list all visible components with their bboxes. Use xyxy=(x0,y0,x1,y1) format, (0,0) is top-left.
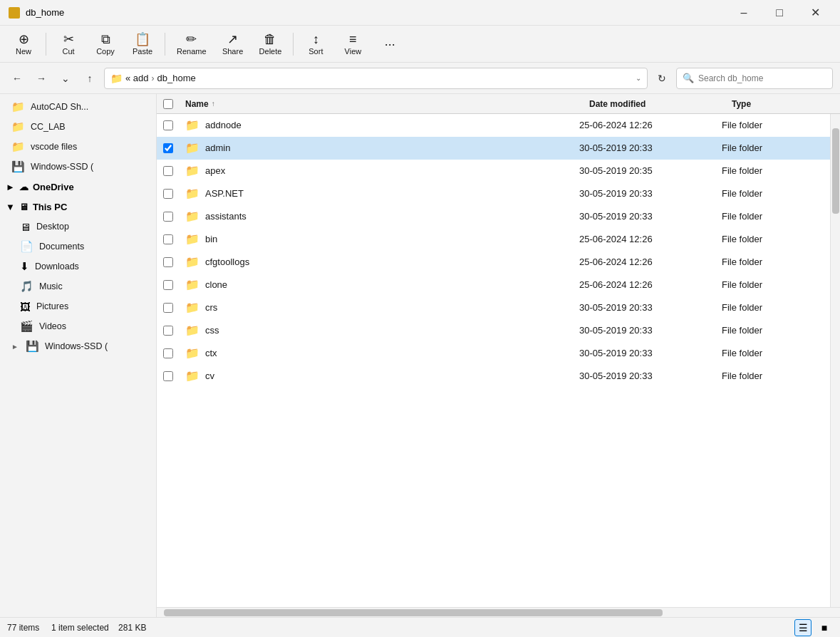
up-button[interactable]: ↑ xyxy=(80,68,100,88)
cut-button[interactable]: ✂ Cut xyxy=(51,29,86,60)
row-checkbox-cell[interactable] xyxy=(157,371,180,381)
address-path[interactable]: 📁 « add › db_home ⌄ xyxy=(104,68,648,89)
title-bar-controls: – □ ✕ xyxy=(727,1,831,24)
delete-button[interactable]: 🗑 Delete xyxy=(252,29,289,60)
search-box[interactable]: 🔍 xyxy=(676,68,833,89)
copy-button[interactable]: ⧉ Copy xyxy=(88,29,123,60)
row-checkbox[interactable] xyxy=(163,303,173,313)
row-type-cell: File folder xyxy=(716,188,830,199)
table-row[interactable]: 📁 clone 25-06-2024 12:26 File folder xyxy=(157,274,830,296)
file-name: ASP.NET xyxy=(205,188,244,199)
details-view-button[interactable]: ☰ xyxy=(794,619,812,636)
row-checkbox[interactable] xyxy=(163,348,173,358)
row-checkbox[interactable] xyxy=(163,280,173,290)
sidebar-item-desktop[interactable]: 🖥 Desktop xyxy=(3,217,153,237)
view-button[interactable]: ≡ View xyxy=(335,29,370,60)
table-row[interactable]: 📁 admin 30-05-2019 20:33 File folder xyxy=(157,137,830,160)
row-checkbox-cell[interactable] xyxy=(157,257,180,267)
h-scrollbar-thumb[interactable] xyxy=(164,609,663,616)
scrollbar-thumb[interactable] xyxy=(832,128,839,214)
sidebar-item-windows-ssd[interactable]: 💾 Windows-SSD ( xyxy=(3,157,153,177)
row-checkbox[interactable] xyxy=(163,234,173,244)
sidebar-item-label: Music xyxy=(39,281,63,291)
expand-arrow-icon: ► xyxy=(6,182,15,192)
row-checkbox[interactable] xyxy=(163,326,173,336)
more-button[interactable]: ··· xyxy=(372,29,408,60)
paste-icon: 📋 xyxy=(135,33,150,46)
row-checkbox-cell[interactable] xyxy=(157,234,180,244)
type-column-header[interactable]: Type xyxy=(726,99,840,109)
paste-button[interactable]: 📋 Paste xyxy=(125,29,160,60)
row-checkbox-cell[interactable] xyxy=(157,166,180,176)
select-all-check[interactable] xyxy=(157,99,180,109)
row-name-cell: 📁 ctx xyxy=(180,346,574,360)
sidebar-item-autocad[interactable]: 📁 AutoCAD Sh... xyxy=(3,97,153,117)
row-checkbox-cell[interactable] xyxy=(157,212,180,222)
maximize-button[interactable]: □ xyxy=(763,1,796,24)
sidebar-item-downloads[interactable]: ⬇ Downloads xyxy=(3,257,153,276)
forward-button[interactable]: → xyxy=(31,68,51,88)
table-row[interactable]: 📁 cv 30-05-2019 20:33 File folder xyxy=(157,365,830,388)
sort-button[interactable]: ↕ Sort xyxy=(298,29,333,60)
sidebar-group-thispc[interactable]: ▼ 🖥 This PC xyxy=(0,197,156,217)
refresh-button[interactable]: ↻ xyxy=(652,68,672,88)
date-column-header[interactable]: Date modified xyxy=(584,99,726,109)
row-checkbox[interactable] xyxy=(163,371,173,381)
videos-icon: 🎬 xyxy=(20,320,33,333)
sidebar-item-cclab[interactable]: 📁 CC_LAB xyxy=(3,117,153,137)
sidebar-item-music[interactable]: 🎵 Music xyxy=(3,276,153,296)
folder-icon: 📁 xyxy=(185,209,199,223)
vertical-scrollbar[interactable] xyxy=(830,114,840,607)
table-row[interactable]: 📁 crs 30-05-2019 20:33 File folder xyxy=(157,296,830,319)
sidebar-item-pictures[interactable]: 🖼 Pictures xyxy=(3,296,153,316)
folder-icon: 📁 xyxy=(185,301,199,314)
new-button[interactable]: ⊕ New xyxy=(6,29,41,60)
select-all-checkbox[interactable] xyxy=(163,99,173,109)
item-count: 77 items xyxy=(7,623,39,633)
row-checkbox[interactable] xyxy=(163,143,173,153)
table-row[interactable]: 📁 ctx 30-05-2019 20:33 File folder xyxy=(157,342,830,365)
row-type-cell: File folder xyxy=(716,371,830,381)
table-row[interactable]: 📁 cfgtoollogs 25-06-2024 12:26 File fold… xyxy=(157,251,830,274)
row-checkbox-cell[interactable] xyxy=(157,326,180,336)
row-checkbox[interactable] xyxy=(163,166,173,176)
sidebar-item-videos[interactable]: 🎬 Videos xyxy=(3,316,153,336)
name-column-header[interactable]: Name ↑ xyxy=(180,99,584,109)
row-checkbox[interactable] xyxy=(163,212,173,222)
row-checkbox-cell[interactable] xyxy=(157,143,180,153)
share-button[interactable]: ↗ Share xyxy=(215,29,251,60)
table-row[interactable]: 📁 css 30-05-2019 20:33 File folder xyxy=(157,319,830,342)
path-part1: « add xyxy=(125,73,149,83)
close-button[interactable]: ✕ xyxy=(799,1,831,24)
expand-button[interactable]: ⌄ xyxy=(56,68,76,88)
sidebar-group-onedrive[interactable]: ► ☁ OneDrive xyxy=(0,177,156,197)
row-checkbox[interactable] xyxy=(163,120,173,130)
rename-button[interactable]: ✏ Rename xyxy=(170,29,214,60)
table-row[interactable]: 📁 addnode 25-06-2024 12:26 File folder xyxy=(157,114,830,137)
back-button[interactable]: ← xyxy=(7,68,27,88)
sidebar-item-label: Downloads xyxy=(35,261,79,271)
name-col-label: Name xyxy=(185,99,209,109)
file-name: cv xyxy=(205,371,214,381)
table-row[interactable]: 📁 assistants 30-05-2019 20:33 File folde… xyxy=(157,205,830,228)
sidebar-item-windows-ssd2[interactable]: ► 💾 Windows-SSD ( xyxy=(3,336,153,356)
copy-icon: ⧉ xyxy=(101,33,110,46)
large-icons-view-button[interactable]: ■ xyxy=(816,619,833,636)
row-checkbox[interactable] xyxy=(163,257,173,267)
sidebar-item-label: This PC xyxy=(33,202,67,212)
sidebar-item-documents[interactable]: 📄 Documents xyxy=(3,237,153,257)
row-checkbox-cell[interactable] xyxy=(157,120,180,130)
row-checkbox-cell[interactable] xyxy=(157,303,180,313)
row-checkbox[interactable] xyxy=(163,189,173,199)
row-checkbox-cell[interactable] xyxy=(157,280,180,290)
sidebar-item-vscode[interactable]: 📁 vscode files xyxy=(3,137,153,157)
row-checkbox-cell[interactable] xyxy=(157,348,180,358)
row-checkbox-cell[interactable] xyxy=(157,189,180,199)
horizontal-scrollbar[interactable] xyxy=(157,607,840,617)
table-row[interactable]: 📁 apex 30-05-2019 20:35 File folder xyxy=(157,160,830,182)
minimize-button[interactable]: – xyxy=(727,1,760,24)
search-input[interactable] xyxy=(698,73,826,83)
status-bar: 77 items 1 item selected 281 KB ☰ ■ xyxy=(0,617,840,637)
table-row[interactable]: 📁 ASP.NET 30-05-2019 20:33 File folder xyxy=(157,182,830,205)
table-row[interactable]: 📁 bin 25-06-2024 12:26 File folder xyxy=(157,228,830,251)
